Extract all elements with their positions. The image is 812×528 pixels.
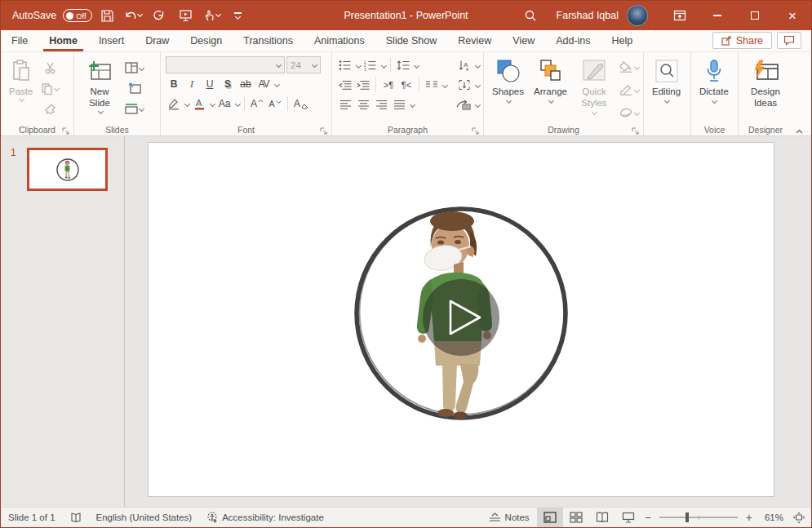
tab-draw[interactable]: Draw: [135, 30, 180, 51]
dictate-button[interactable]: Dictate: [696, 56, 732, 122]
user-avatar[interactable]: [627, 5, 648, 26]
masked-character-video[interactable]: [351, 202, 571, 424]
zoom-slider-thumb[interactable]: [686, 512, 689, 522]
layout-dropdown-chevron[interactable]: [139, 64, 144, 70]
cut-button[interactable]: [39, 59, 60, 77]
shape-fill-chevron[interactable]: [634, 64, 640, 69]
accessibility-status[interactable]: Accessibility: Investigate: [199, 508, 331, 527]
start-from-beginning-icon[interactable]: [175, 5, 196, 26]
section-dropdown-chevron[interactable]: [139, 105, 144, 111]
change-case-button[interactable]: Aa: [216, 95, 233, 113]
font-dialog-launcher[interactable]: [320, 125, 329, 134]
left-to-right-button[interactable]: >¶: [380, 76, 397, 94]
highlight-color-chevron[interactable]: [184, 100, 190, 106]
text-direction-chevron[interactable]: [475, 62, 481, 68]
reset-button[interactable]: [123, 79, 145, 97]
shapes-button[interactable]: Shapes: [489, 56, 527, 122]
change-case-chevron[interactable]: [235, 100, 241, 106]
highlight-color-button[interactable]: [166, 95, 182, 113]
zoom-level[interactable]: 61%: [756, 512, 783, 522]
clear-formatting-button[interactable]: A: [292, 95, 310, 113]
shape-effects-button[interactable]: [618, 104, 641, 122]
collapse-ribbon-chevron[interactable]: [796, 124, 803, 131]
bullets-chevron[interactable]: [356, 62, 362, 68]
smartart-chevron[interactable]: [475, 101, 481, 107]
undo-dropdown-chevron[interactable]: [137, 11, 143, 17]
drawing-dialog-launcher[interactable]: [632, 125, 641, 134]
share-button[interactable]: Share: [712, 32, 772, 49]
slide-canvas-area[interactable]: [126, 136, 811, 507]
reading-view-button[interactable]: [589, 508, 615, 527]
language-indicator[interactable]: English (United States): [89, 508, 200, 527]
character-spacing-chevron[interactable]: [274, 81, 280, 87]
character-spacing-button[interactable]: AV: [255, 75, 272, 93]
line-spacing-chevron[interactable]: [414, 62, 419, 68]
touch-mouse-mode-icon[interactable]: [201, 5, 222, 26]
justify-button[interactable]: [391, 95, 407, 113]
shape-effects-chevron[interactable]: [634, 109, 640, 115]
search-icon[interactable]: [520, 5, 541, 26]
font-color-chevron[interactable]: [210, 100, 215, 106]
tab-design[interactable]: Design: [180, 30, 233, 51]
editing-chevron[interactable]: [664, 98, 670, 104]
user-name[interactable]: Farshad Iqbal: [557, 10, 619, 21]
shape-outline-button[interactable]: [618, 81, 641, 99]
paste-dropdown-chevron[interactable]: [19, 96, 24, 102]
spell-check-icon[interactable]: [63, 508, 89, 527]
layout-button[interactable]: [123, 59, 145, 77]
minimize-button[interactable]: [699, 1, 736, 30]
new-slide-button[interactable]: New Slide: [79, 56, 120, 122]
numbering-button[interactable]: 123: [362, 56, 379, 74]
close-button[interactable]: ×: [774, 1, 811, 30]
increase-font-size-button[interactable]: A: [249, 95, 265, 113]
zoom-out-button[interactable]: −: [641, 511, 654, 524]
autosave-toggle[interactable]: Off: [63, 9, 92, 22]
align-center-button[interactable]: [355, 95, 371, 113]
paste-button[interactable]: Paste: [6, 56, 36, 122]
slide-show-button[interactable]: [615, 508, 641, 527]
align-text-button[interactable]: [456, 76, 473, 94]
tab-file[interactable]: File: [1, 30, 38, 51]
ribbon-display-options-icon[interactable]: [661, 1, 699, 30]
copy-dropdown-chevron[interactable]: [54, 85, 60, 91]
shape-outline-chevron[interactable]: [634, 87, 640, 92]
tab-slide-show[interactable]: Slide Show: [375, 30, 448, 51]
tab-animations[interactable]: Animations: [304, 30, 375, 51]
save-icon[interactable]: [96, 5, 118, 26]
justify-chevron[interactable]: [410, 101, 415, 107]
tab-review[interactable]: Review: [447, 30, 502, 51]
dictate-chevron[interactable]: [712, 98, 717, 104]
align-right-button[interactable]: [373, 95, 389, 113]
maximize-button[interactable]: [736, 1, 774, 30]
columns-button[interactable]: [424, 76, 440, 94]
format-painter-button[interactable]: [39, 100, 60, 118]
tab-transitions[interactable]: Transitions: [233, 30, 304, 51]
editing-button[interactable]: Editing: [649, 56, 684, 122]
tab-add-ins[interactable]: Add-ins: [545, 30, 601, 51]
clipboard-dialog-launcher[interactable]: [62, 125, 71, 134]
align-left-button[interactable]: [337, 95, 353, 113]
decrease-indent-button[interactable]: [337, 76, 353, 94]
font-name-combobox[interactable]: [166, 56, 285, 73]
decrease-font-size-button[interactable]: A: [267, 95, 283, 113]
slide-indicator[interactable]: Slide 1 of 1: [1, 508, 63, 527]
quick-styles-chevron[interactable]: [592, 109, 597, 115]
tab-home[interactable]: Home: [38, 30, 88, 51]
align-text-chevron[interactable]: [475, 82, 481, 87]
comments-button[interactable]: [777, 32, 801, 49]
design-ideas-button[interactable]: Design Ideas: [743, 56, 788, 122]
zoom-in-button[interactable]: +: [743, 511, 756, 524]
tab-help[interactable]: Help: [601, 30, 644, 51]
shapes-chevron[interactable]: [506, 98, 512, 104]
slide-thumbnail-1[interactable]: [27, 148, 108, 191]
increase-indent-button[interactable]: [355, 76, 371, 94]
section-button[interactable]: [123, 100, 145, 118]
convert-to-smartart-button[interactable]: [455, 95, 473, 113]
redo-icon[interactable]: [149, 5, 170, 26]
font-size-combobox[interactable]: 24: [286, 56, 321, 73]
tab-view[interactable]: View: [502, 30, 545, 51]
touch-mode-dropdown-chevron[interactable]: [215, 11, 221, 17]
slide-sorter-view-button[interactable]: [563, 508, 589, 527]
customize-qat-icon[interactable]: [227, 5, 248, 26]
font-color-button[interactable]: A: [191, 95, 207, 113]
